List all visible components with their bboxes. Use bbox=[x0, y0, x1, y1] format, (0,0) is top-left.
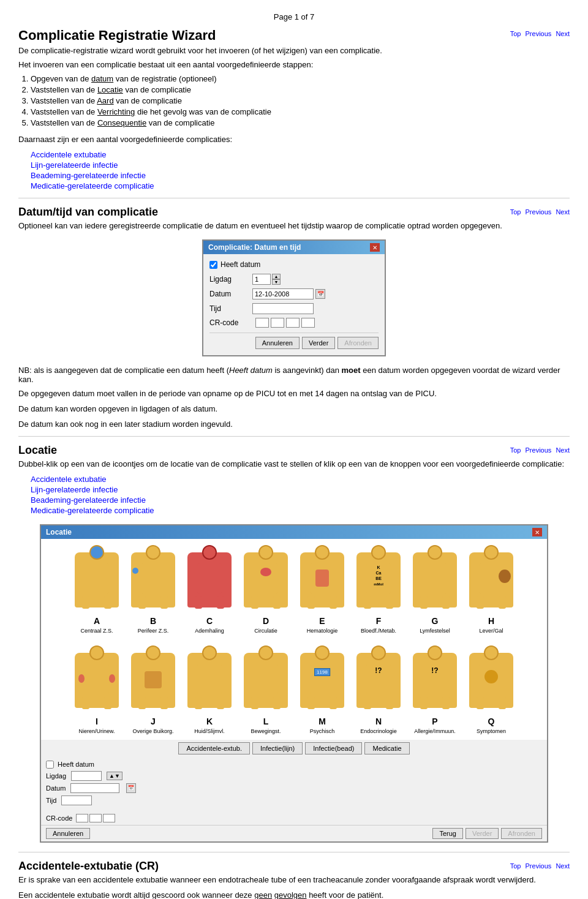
loc-ligdag-input[interactable] bbox=[71, 771, 102, 781]
loc-calendar-icon[interactable]: 📅 bbox=[126, 783, 136, 793]
leg-right-G bbox=[442, 596, 450, 609]
wizard-title: Complicatie Registratie Wizard bbox=[18, 28, 216, 43]
loc-datum-label: Datum bbox=[46, 784, 66, 792]
accidentele-next-link[interactable]: Next bbox=[556, 862, 570, 870]
leg-left-I bbox=[82, 697, 89, 709]
loc-heeft-datum-row: Heeft datum bbox=[46, 761, 542, 769]
leg-left-G bbox=[420, 596, 428, 609]
body-figure-D[interactable] bbox=[244, 552, 288, 607]
body-cell-L: L Bewegingst. bbox=[239, 644, 293, 735]
datum-description: Optioneel kan van iedere geregistreerde … bbox=[18, 221, 570, 230]
body-figure-C[interactable] bbox=[187, 552, 232, 607]
body-figure-K[interactable] bbox=[187, 653, 232, 708]
header-top-link[interactable]: Top bbox=[510, 30, 521, 37]
body-figure-I[interactable] bbox=[75, 653, 119, 708]
body-figure-G[interactable] bbox=[413, 552, 457, 607]
tijd-input[interactable] bbox=[252, 303, 314, 314]
loc-link-medicatie[interactable]: Medicatie-gerelateerde complicatie bbox=[31, 506, 570, 515]
letter-M: M bbox=[318, 717, 326, 726]
loc-afronden-button[interactable]: Afronden bbox=[501, 828, 542, 839]
accidentele-top-link[interactable]: Top bbox=[510, 862, 521, 870]
crcode-box-1[interactable] bbox=[255, 318, 269, 328]
loc-verder-button[interactable]: Verder bbox=[466, 828, 499, 839]
ligdag-input[interactable] bbox=[252, 274, 271, 285]
calendar-icon[interactable]: 📅 bbox=[315, 289, 325, 299]
body-figure-A[interactable] bbox=[75, 552, 119, 607]
loc-datum-input[interactable] bbox=[70, 783, 119, 793]
datum-input[interactable] bbox=[252, 288, 314, 299]
highlight-B bbox=[132, 568, 138, 574]
head-B bbox=[146, 545, 160, 560]
head-F bbox=[371, 545, 386, 560]
annuleren-button[interactable]: Annuleren bbox=[255, 337, 300, 349]
body-figure-J[interactable] bbox=[131, 653, 175, 708]
body-figure-P[interactable]: !? bbox=[413, 653, 457, 708]
leg-right-E bbox=[330, 596, 337, 609]
loc-link-beademing[interactable]: Beademing-gerelateerde infectie bbox=[31, 495, 570, 505]
loc-terug-button[interactable]: Terug bbox=[432, 828, 463, 839]
locatie-nav[interactable]: Top Previous Next bbox=[508, 446, 570, 454]
link-beademing-infectie[interactable]: Beademing-gerelateerde infectie bbox=[31, 171, 570, 180]
body-figure-B[interactable] bbox=[131, 552, 175, 607]
body-figure-F[interactable]: KCaBEmMol bbox=[356, 552, 401, 607]
loc-ligdag-btn[interactable]: ▲▼ bbox=[107, 772, 123, 780]
cat-btn-accidentele[interactable]: Accidentele-extub. bbox=[178, 742, 250, 754]
cat-btn-infectie-lijn[interactable]: Infectie(lijn) bbox=[252, 742, 303, 754]
leg-left-K bbox=[195, 697, 202, 709]
header-next-link[interactable]: Next bbox=[556, 30, 570, 37]
datum-nav[interactable]: Top Previous Next bbox=[508, 208, 570, 216]
accidentele-nav[interactable]: Top Previous Next bbox=[508, 862, 570, 870]
heeft-datum-checkbox[interactable] bbox=[209, 261, 217, 269]
body-figure-H[interactable] bbox=[469, 552, 513, 607]
leg-left-B bbox=[138, 596, 146, 609]
body-figure-E[interactable] bbox=[300, 552, 344, 607]
loc-link-lijn[interactable]: Lijn-gerelateerde infectie bbox=[31, 485, 570, 494]
loc-heeft-datum-checkbox[interactable] bbox=[46, 761, 54, 769]
locatie-top-link[interactable]: Top bbox=[510, 446, 521, 454]
ligdag-label: Ligdag bbox=[209, 275, 252, 284]
datum-next-link[interactable]: Next bbox=[556, 208, 570, 216]
header-nav[interactable]: Top Previous Next bbox=[508, 30, 570, 37]
loc-crcode-box-2[interactable] bbox=[89, 814, 102, 822]
afronden-button[interactable]: Afronden bbox=[337, 337, 379, 349]
link-lijn-infectie[interactable]: Lijn-gerelateerde infectie bbox=[31, 160, 570, 170]
body-figure-Q[interactable] bbox=[469, 653, 513, 708]
leg-right-K bbox=[217, 697, 224, 709]
datum-row: Datum 📅 bbox=[209, 288, 379, 299]
gut-J bbox=[145, 671, 162, 688]
cat-btn-infectie-bead[interactable]: Infectie(bead) bbox=[305, 742, 362, 754]
crcode-box-2[interactable] bbox=[271, 318, 284, 328]
header-previous-link[interactable]: Previous bbox=[526, 30, 552, 37]
loc-link-accidentele[interactable]: Accidentele extubatie bbox=[31, 475, 570, 484]
ligdag-down-button[interactable]: ▼ bbox=[272, 279, 281, 285]
loc-crcode-box-3[interactable] bbox=[103, 814, 115, 822]
cat-btn-medicatie[interactable]: Medicatie bbox=[364, 742, 409, 754]
locatie-next-link[interactable]: Next bbox=[556, 446, 570, 454]
loc-tijd-input[interactable] bbox=[61, 796, 92, 805]
link-medicatie-complicatie[interactable]: Medicatie-gerelateerde complicatie bbox=[31, 181, 570, 190]
crcode-box-3[interactable] bbox=[286, 318, 300, 328]
locatie-previous-link[interactable]: Previous bbox=[526, 446, 552, 454]
letter-A: A bbox=[94, 616, 100, 626]
ligdag-up-button[interactable]: ▲ bbox=[272, 274, 281, 279]
leg-left-E bbox=[307, 596, 315, 609]
body-figure-N[interactable]: !? bbox=[356, 653, 401, 708]
datum-top-link[interactable]: Top bbox=[510, 208, 521, 216]
datum-dialog-close-button[interactable]: ✕ bbox=[370, 243, 380, 252]
loc-annuleren-button[interactable]: Annuleren bbox=[46, 828, 90, 839]
body-figure-M[interactable]: 1198 bbox=[300, 653, 344, 708]
body-figure-L[interactable] bbox=[244, 653, 288, 708]
datum-previous-link[interactable]: Previous bbox=[526, 208, 552, 216]
head-K bbox=[202, 645, 217, 660]
accidentele-previous-link[interactable]: Previous bbox=[526, 862, 552, 870]
loc-heeft-datum-label: Heeft datum bbox=[58, 761, 94, 768]
verder-button[interactable]: Verder bbox=[302, 337, 335, 349]
loc-crcode-box-1[interactable] bbox=[76, 814, 88, 822]
accidentele-desc1: Er is sprake van een accidentele extubat… bbox=[18, 875, 570, 884]
crcode-box-4[interactable] bbox=[301, 318, 315, 328]
locatie-lower: Heeft datum Ligdag ▲▼ Datum 📅 Tijd bbox=[41, 757, 547, 811]
link-accidentele-extubatie[interactable]: Accidentele extubatie bbox=[31, 150, 570, 159]
body-cell-G: G Lymfestelsel bbox=[408, 544, 462, 634]
label-A: Centraal Z.S. bbox=[80, 628, 113, 634]
locatie-dialog-close-button[interactable]: ✕ bbox=[532, 528, 542, 536]
